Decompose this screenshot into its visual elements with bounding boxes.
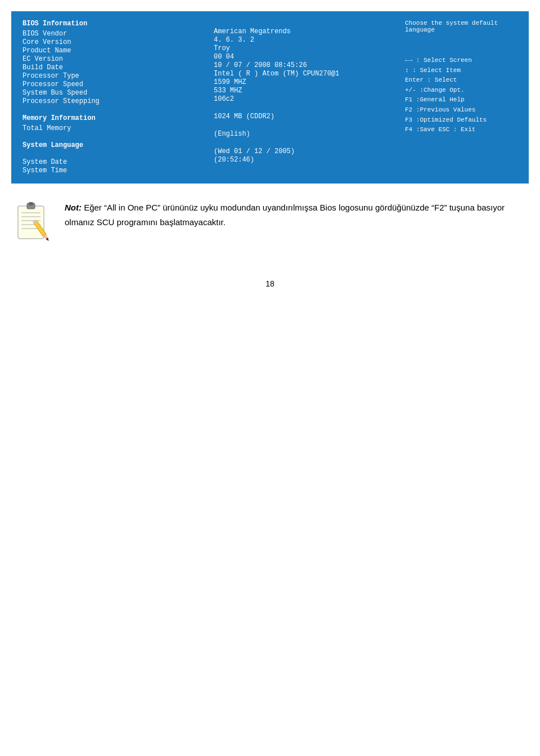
core-version-row: Core Version bbox=[22, 38, 202, 46]
total-memory-label: Total Memory bbox=[22, 124, 101, 132]
system-bus-speed-label: System Bus Speed bbox=[22, 89, 101, 97]
bios-vendor-row: BIOS Vendor bbox=[22, 30, 202, 38]
product-name-value: Troy bbox=[214, 44, 230, 52]
ec-version-row: EC Version bbox=[22, 55, 202, 63]
system-bus-speed-value: 533 MHZ bbox=[214, 87, 242, 95]
key-f4: F4 :Save ESC : Exit bbox=[405, 125, 518, 135]
system-time-label: System Time bbox=[22, 167, 101, 175]
processor-steepping-label: Processor Steepping bbox=[22, 97, 101, 105]
key-change-opt: +/- :Change Opt. bbox=[405, 86, 518, 96]
processor-type-label: Processor Type bbox=[22, 72, 101, 80]
key-f2: F2 :Previous Values bbox=[405, 105, 518, 115]
memory-info-title: Memory Information bbox=[22, 114, 202, 122]
system-date-label: System Date bbox=[22, 158, 101, 166]
page-number: 18 bbox=[0, 279, 540, 288]
system-time-row: System Time bbox=[22, 167, 202, 175]
key-enter-select: Enter : Select bbox=[405, 75, 518, 86]
bios-help-text: Choose the system default language bbox=[405, 20, 518, 33]
svg-rect-7 bbox=[29, 202, 33, 205]
system-language-title: System Language bbox=[22, 141, 202, 149]
date-value-row: (Wed 01 / 12 / 2005) bbox=[214, 147, 394, 155]
build-date-label: Build Date bbox=[22, 64, 101, 71]
time-value: (20:52:46) bbox=[214, 156, 254, 164]
bios-key-help: ←→ : Select Screen ↕ : Select Item Enter… bbox=[405, 56, 518, 135]
note-content: Eğer “All in One PC” ürününüz uyku modun… bbox=[65, 203, 505, 227]
key-select-screen: ←→ : Select Screen bbox=[405, 56, 518, 66]
bios-vendor-value: American Megatrends bbox=[214, 28, 291, 35]
language-value: (English) bbox=[214, 130, 250, 138]
processor-steepping-value: 106c2 bbox=[214, 95, 234, 103]
key-select-item: ↕ : Select Item bbox=[405, 66, 518, 76]
bios-screen: BIOS Information BIOS Vendor Core Versio… bbox=[11, 11, 529, 184]
processor-type-value-row: Intel ( R ) Atom (TM) CPUN270@1 bbox=[214, 70, 394, 78]
notepad-icon bbox=[11, 200, 56, 245]
language-value-row: (English) bbox=[214, 130, 394, 138]
processor-speed-label: Processor Speed bbox=[22, 80, 101, 88]
build-date-value-row: 10 / 07 / 2008 08:45:26 bbox=[214, 61, 394, 69]
total-memory-row: Total Memory bbox=[22, 124, 202, 132]
ec-version-label: EC Version bbox=[22, 55, 101, 63]
build-date-value: 10 / 07 / 2008 08:45:26 bbox=[214, 61, 307, 69]
ec-version-value: 00 04 bbox=[214, 53, 234, 61]
bios-info-title: BIOS Information bbox=[22, 20, 202, 28]
product-name-label: Product Name bbox=[22, 47, 101, 55]
bios-middle-column: American Megatrends 4. 6. 3. 2 Troy 00 0… bbox=[208, 17, 399, 178]
processor-steepping-value-row: 106c2 bbox=[214, 95, 394, 103]
processor-speed-value: 1599 MHZ bbox=[214, 78, 246, 86]
bios-vendor-label: BIOS Vendor bbox=[22, 30, 101, 38]
total-memory-value-row: 1024 MB (CDDR2) bbox=[214, 113, 394, 120]
processor-steepping-row: Processor Steepping bbox=[22, 97, 202, 105]
note-label: Not: bbox=[65, 203, 82, 212]
core-version-value: 4. 6. 3. 2 bbox=[214, 36, 254, 44]
key-f3: F3 :Optimized Defaults bbox=[405, 115, 518, 126]
processor-speed-value-row: 1599 MHZ bbox=[214, 78, 394, 86]
core-version-label: Core Version bbox=[22, 38, 101, 46]
build-date-row: Build Date bbox=[22, 64, 202, 71]
system-bus-speed-row: System Bus Speed bbox=[22, 89, 202, 97]
svg-rect-0 bbox=[18, 206, 44, 239]
system-bus-speed-value-row: 533 MHZ bbox=[214, 87, 394, 95]
bios-left-column: BIOS Information BIOS Vendor Core Versio… bbox=[17, 17, 208, 178]
processor-speed-row: Processor Speed bbox=[22, 80, 202, 88]
processor-type-row: Processor Type bbox=[22, 72, 202, 80]
bios-vendor-value-row: American Megatrends bbox=[214, 28, 394, 35]
ec-version-value-row: 00 04 bbox=[214, 53, 394, 61]
note-section: Not: Eğer “All in One PC” ürününüz uyku … bbox=[11, 200, 529, 245]
core-version-value-row: 4. 6. 3. 2 bbox=[214, 36, 394, 44]
product-name-row: Product Name bbox=[22, 47, 202, 55]
date-value: (Wed 01 / 12 / 2005) bbox=[214, 147, 295, 155]
system-date-row: System Date bbox=[22, 158, 202, 166]
key-f1: F1 :General Help bbox=[405, 95, 518, 105]
total-memory-value: 1024 MB (CDDR2) bbox=[214, 113, 274, 120]
bios-right-column: Choose the system default language ←→ : … bbox=[399, 17, 523, 178]
processor-type-value: Intel ( R ) Atom (TM) CPUN270@1 bbox=[214, 70, 339, 78]
note-text: Not: Eğer “All in One PC” ürününüz uyku … bbox=[65, 200, 529, 229]
product-name-value-row: Troy bbox=[214, 44, 394, 52]
time-value-row: (20:52:46) bbox=[214, 156, 394, 164]
